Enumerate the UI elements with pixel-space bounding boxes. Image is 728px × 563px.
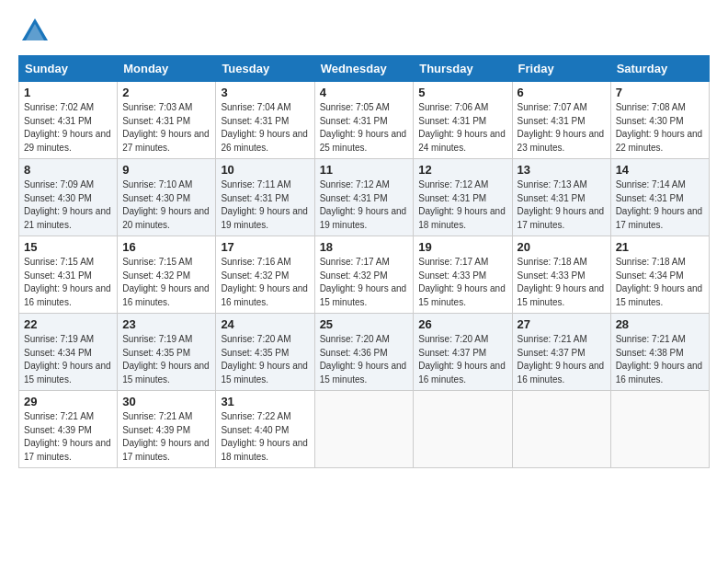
weekday-header-sunday: Sunday <box>19 56 118 82</box>
day-number: 23 <box>122 317 210 331</box>
day-info: Sunrise: 7:08 AMSunset: 4:30 PMDaylight:… <box>616 102 703 153</box>
day-number: 30 <box>122 395 210 408</box>
calendar-day-cell: 26Sunrise: 7:20 AMSunset: 4:37 PMDayligh… <box>414 314 512 391</box>
calendar-week-row: 29Sunrise: 7:21 AMSunset: 4:39 PMDayligh… <box>19 391 710 468</box>
calendar-day-cell: 9Sunrise: 7:10 AMSunset: 4:30 PMDaylight… <box>118 159 216 236</box>
day-number: 21 <box>616 240 704 254</box>
calendar-day-cell: 5Sunrise: 7:06 AMSunset: 4:31 PMDaylight… <box>414 82 512 159</box>
calendar-day-cell: 2Sunrise: 7:03 AMSunset: 4:31 PMDaylight… <box>118 82 216 159</box>
day-info: Sunrise: 7:21 AMSunset: 4:39 PMDaylight:… <box>122 411 210 462</box>
day-number: 19 <box>418 240 506 254</box>
weekday-header-tuesday: Tuesday <box>216 56 314 82</box>
logo <box>18 15 55 48</box>
day-info: Sunrise: 7:02 AMSunset: 4:31 PMDaylight:… <box>24 102 111 153</box>
calendar-day-cell: 31Sunrise: 7:22 AMSunset: 4:40 PMDayligh… <box>216 391 314 468</box>
calendar-day-cell: 29Sunrise: 7:21 AMSunset: 4:39 PMDayligh… <box>19 391 118 468</box>
day-number: 3 <box>221 86 309 99</box>
calendar-day-cell: 20Sunrise: 7:18 AMSunset: 4:33 PMDayligh… <box>512 236 610 314</box>
day-info: Sunrise: 7:16 AMSunset: 4:32 PMDaylight:… <box>221 257 308 307</box>
day-number: 17 <box>221 240 309 254</box>
day-number: 18 <box>320 240 409 254</box>
day-number: 27 <box>518 317 606 331</box>
day-number: 16 <box>122 240 210 254</box>
day-number: 14 <box>616 163 704 177</box>
calendar-body: 1Sunrise: 7:02 AMSunset: 4:31 PMDaylight… <box>19 82 710 468</box>
day-info: Sunrise: 7:14 AMSunset: 4:31 PMDaylight:… <box>616 179 703 230</box>
calendar-day-cell: 16Sunrise: 7:15 AMSunset: 4:32 PMDayligh… <box>118 236 216 314</box>
weekday-header-thursday: Thursday <box>414 56 512 82</box>
day-number: 11 <box>320 163 409 177</box>
calendar-day-cell: 11Sunrise: 7:12 AMSunset: 4:31 PMDayligh… <box>314 159 414 236</box>
day-info: Sunrise: 7:21 AMSunset: 4:38 PMDaylight:… <box>616 334 703 385</box>
day-number: 24 <box>221 317 309 331</box>
day-info: Sunrise: 7:21 AMSunset: 4:39 PMDaylight:… <box>24 411 111 462</box>
day-info: Sunrise: 7:03 AMSunset: 4:31 PMDaylight:… <box>122 102 210 153</box>
calendar-day-cell: 25Sunrise: 7:20 AMSunset: 4:36 PMDayligh… <box>314 314 414 391</box>
calendar-table: SundayMondayTuesdayWednesdayThursdayFrid… <box>18 55 710 468</box>
day-number: 4 <box>320 86 409 99</box>
day-number: 7 <box>616 86 704 99</box>
weekday-header-wednesday: Wednesday <box>314 56 414 82</box>
calendar-day-cell: 15Sunrise: 7:15 AMSunset: 4:31 PMDayligh… <box>19 236 118 314</box>
calendar-day-cell <box>414 391 512 468</box>
day-number: 12 <box>418 163 506 177</box>
day-info: Sunrise: 7:09 AMSunset: 4:30 PMDaylight:… <box>24 179 111 230</box>
day-number: 5 <box>418 86 506 99</box>
weekday-header-monday: Monday <box>118 56 216 82</box>
day-info: Sunrise: 7:12 AMSunset: 4:31 PMDaylight:… <box>320 179 407 230</box>
calendar-day-cell: 21Sunrise: 7:18 AMSunset: 4:34 PMDayligh… <box>610 236 709 314</box>
calendar-day-cell: 18Sunrise: 7:17 AMSunset: 4:32 PMDayligh… <box>314 236 414 314</box>
calendar-day-cell: 12Sunrise: 7:12 AMSunset: 4:31 PMDayligh… <box>414 159 512 236</box>
day-info: Sunrise: 7:12 AMSunset: 4:31 PMDaylight:… <box>418 179 506 230</box>
calendar-week-row: 8Sunrise: 7:09 AMSunset: 4:30 PMDaylight… <box>19 159 710 236</box>
calendar-day-cell: 19Sunrise: 7:17 AMSunset: 4:33 PMDayligh… <box>414 236 512 314</box>
calendar-week-row: 22Sunrise: 7:19 AMSunset: 4:34 PMDayligh… <box>19 314 710 391</box>
calendar-header-row: SundayMondayTuesdayWednesdayThursdayFrid… <box>19 56 710 82</box>
calendar-day-cell <box>314 391 414 468</box>
calendar-day-cell: 3Sunrise: 7:04 AMSunset: 4:31 PMDaylight… <box>216 82 314 159</box>
day-number: 15 <box>24 240 112 254</box>
calendar-day-cell: 27Sunrise: 7:21 AMSunset: 4:37 PMDayligh… <box>512 314 610 391</box>
calendar-day-cell: 17Sunrise: 7:16 AMSunset: 4:32 PMDayligh… <box>216 236 314 314</box>
day-number: 9 <box>122 163 210 177</box>
weekday-header-saturday: Saturday <box>610 56 709 82</box>
day-number: 31 <box>221 395 309 408</box>
calendar-day-cell: 24Sunrise: 7:20 AMSunset: 4:35 PMDayligh… <box>216 314 314 391</box>
calendar-day-cell: 28Sunrise: 7:21 AMSunset: 4:38 PMDayligh… <box>610 314 709 391</box>
day-number: 22 <box>24 317 112 331</box>
day-info: Sunrise: 7:20 AMSunset: 4:35 PMDaylight:… <box>221 334 308 385</box>
day-info: Sunrise: 7:19 AMSunset: 4:35 PMDaylight:… <box>122 334 210 385</box>
calendar-day-cell: 14Sunrise: 7:14 AMSunset: 4:31 PMDayligh… <box>610 159 709 236</box>
day-number: 20 <box>518 240 606 254</box>
day-number: 29 <box>24 395 112 408</box>
day-info: Sunrise: 7:17 AMSunset: 4:33 PMDaylight:… <box>418 257 506 307</box>
day-number: 13 <box>518 163 606 177</box>
day-info: Sunrise: 7:21 AMSunset: 4:37 PMDaylight:… <box>518 334 605 385</box>
calendar-day-cell: 1Sunrise: 7:02 AMSunset: 4:31 PMDaylight… <box>19 82 118 159</box>
calendar-day-cell <box>512 391 610 468</box>
day-info: Sunrise: 7:11 AMSunset: 4:31 PMDaylight:… <box>221 179 308 230</box>
calendar-day-cell: 23Sunrise: 7:19 AMSunset: 4:35 PMDayligh… <box>118 314 216 391</box>
calendar-day-cell: 10Sunrise: 7:11 AMSunset: 4:31 PMDayligh… <box>216 159 314 236</box>
day-number: 25 <box>320 317 409 331</box>
day-info: Sunrise: 7:22 AMSunset: 4:40 PMDaylight:… <box>221 411 308 462</box>
day-number: 2 <box>122 86 210 99</box>
day-number: 26 <box>418 317 506 331</box>
day-info: Sunrise: 7:05 AMSunset: 4:31 PMDaylight:… <box>320 102 407 153</box>
calendar-day-cell: 13Sunrise: 7:13 AMSunset: 4:31 PMDayligh… <box>512 159 610 236</box>
calendar-day-cell: 22Sunrise: 7:19 AMSunset: 4:34 PMDayligh… <box>19 314 118 391</box>
day-number: 1 <box>24 86 112 99</box>
day-info: Sunrise: 7:18 AMSunset: 4:33 PMDaylight:… <box>518 257 605 307</box>
calendar-day-cell: 8Sunrise: 7:09 AMSunset: 4:30 PMDaylight… <box>19 159 118 236</box>
day-number: 28 <box>616 317 704 331</box>
day-number: 6 <box>518 86 606 99</box>
weekday-header-friday: Friday <box>512 56 610 82</box>
day-info: Sunrise: 7:10 AMSunset: 4:30 PMDaylight:… <box>122 179 210 230</box>
day-info: Sunrise: 7:13 AMSunset: 4:31 PMDaylight:… <box>518 179 605 230</box>
calendar-day-cell: 7Sunrise: 7:08 AMSunset: 4:30 PMDaylight… <box>610 82 709 159</box>
calendar-day-cell: 30Sunrise: 7:21 AMSunset: 4:39 PMDayligh… <box>118 391 216 468</box>
calendar-week-row: 1Sunrise: 7:02 AMSunset: 4:31 PMDaylight… <box>19 82 710 159</box>
day-info: Sunrise: 7:04 AMSunset: 4:31 PMDaylight:… <box>221 102 308 153</box>
day-info: Sunrise: 7:19 AMSunset: 4:34 PMDaylight:… <box>24 334 111 385</box>
day-number: 10 <box>221 163 309 177</box>
